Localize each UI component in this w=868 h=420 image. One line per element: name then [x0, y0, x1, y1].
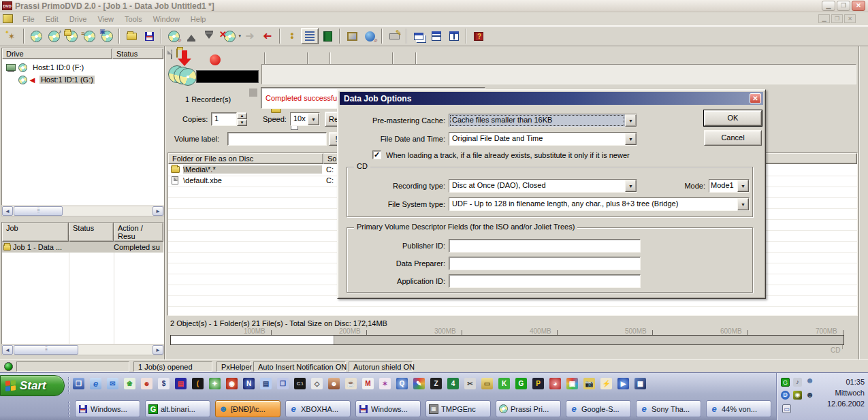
help-icon[interactable]: ?: [470, 28, 487, 44]
erase-disc-icon[interactable]: ✕▾: [218, 28, 241, 44]
cancel-button[interactable]: Cancel: [704, 130, 762, 146]
ie-icon[interactable]: e: [90, 378, 101, 389]
dialog-titlebar[interactable]: Data Job Options ✕: [340, 92, 763, 105]
scroll-left-button[interactable]: ◄: [2, 206, 13, 216]
fs-combo[interactable]: UDF - Up to 128 in filename length, any …: [449, 197, 750, 211]
eject-icon[interactable]: [182, 28, 200, 44]
taskbar-button-windows1[interactable]: Windows...: [75, 400, 140, 417]
window-titlebar[interactable]: DVD Prassi PrimoDVD 2.0 - [Job 1 - Data …: [0, 0, 868, 12]
edit-tools-icon[interactable]: ✎: [385, 28, 403, 44]
backup-floppy-icon[interactable]: ▤: [175, 378, 187, 389]
minimize-button[interactable]: ▁: [822, 1, 835, 11]
stop-button[interactable]: [244, 84, 262, 101]
log-icon[interactable]: [319, 28, 336, 44]
powerdvd-icon[interactable]: P: [532, 378, 544, 389]
save-icon[interactable]: [140, 28, 158, 44]
preparer-input[interactable]: [449, 257, 641, 270]
4dos-icon[interactable]: 4: [447, 378, 459, 389]
taskbar-button-prassi[interactable]: Prassi Pri...: [496, 400, 561, 417]
camera-icon[interactable]: 📷: [583, 378, 595, 389]
drive-row-f[interactable]: Host:1 ID:0 (F:): [2, 62, 163, 73]
taskbar-button-altbinaries[interactable]: Galt.binari...: [145, 400, 210, 417]
menu-drive[interactable]: Drive: [64, 14, 93, 25]
publisher-input-field[interactable]: [449, 240, 640, 252]
chevron-down-icon[interactable]: ▼: [737, 180, 749, 192]
tray-daemon-icon[interactable]: D: [781, 391, 790, 400]
menu-edit[interactable]: Edit: [40, 14, 64, 25]
application-input-field[interactable]: [449, 275, 640, 287]
taskbar-button-download[interactable]: e44% von...: [706, 400, 771, 417]
mediaplayer-icon[interactable]: ▶: [617, 378, 629, 389]
video-tool-icon[interactable]: ✂: [464, 378, 476, 389]
drive-column-header[interactable]: Drive: [2, 48, 112, 59]
volume-input[interactable]: [227, 132, 327, 146]
status-column-header[interactable]: Status: [112, 48, 163, 59]
tray-getright-icon[interactable]: G: [781, 378, 790, 387]
mode-combo[interactable]: Mode1 ▼: [709, 179, 750, 193]
taskbar-button-google[interactable]: eGoogle-S...: [566, 400, 631, 417]
messenger-icon[interactable]: ☻: [141, 378, 152, 389]
menu-help[interactable]: Help: [185, 14, 212, 25]
disc-info-icon[interactable]: ⌕: [165, 28, 182, 44]
copies-stepper[interactable]: ▲ ▼: [237, 112, 247, 126]
coffee-cup-icon[interactable]: ☕: [345, 378, 357, 389]
chevron-down-icon[interactable]: ▼: [308, 113, 319, 125]
job-list-hscrollbar[interactable]: ◄ ►: [1, 344, 164, 355]
chevron-down-icon[interactable]: ▼: [737, 198, 749, 210]
job-action-column-header[interactable]: Action / Resu: [114, 223, 163, 242]
realplayer-icon[interactable]: ◉: [226, 378, 238, 389]
premaster-combo[interactable]: Cache files smaller than 16KB ▼: [449, 114, 637, 127]
media-folder-icon[interactable]: ▭: [481, 378, 493, 389]
tray-volume-icon[interactable]: ♪: [793, 378, 802, 387]
chevron-down-icon[interactable]: ▼: [625, 180, 637, 192]
3d-box-icon[interactable]: ◇: [311, 378, 323, 389]
palette-icon[interactable]: ✎: [413, 378, 425, 389]
winamp-icon[interactable]: (: [192, 378, 204, 389]
taskbar-button-windows2[interactable]: Windows...: [355, 400, 421, 417]
quicktime-icon[interactable]: Q: [396, 378, 408, 389]
record-button[interactable]: [206, 52, 224, 68]
filedate-combo[interactable]: Original File Date and Time ▼: [449, 132, 637, 146]
taskbar-button-tmpgenc[interactable]: ▦TMPGEnc: [425, 400, 491, 417]
tray-user-icon[interactable]: ☻: [805, 376, 814, 385]
substitute-newer-checkbox[interactable]: ✓: [372, 150, 381, 159]
scroll-right-button[interactable]: ►: [152, 345, 163, 355]
magic-wand-icon[interactable]: ✶: [379, 378, 391, 389]
drive-row-g[interactable]: ◄ Host:1 ID:1 (G:): [2, 74, 163, 85]
details-view-icon[interactable]: [301, 28, 319, 44]
job-status-column-header[interactable]: Status: [69, 223, 114, 242]
maximize-button[interactable]: ❐: [837, 1, 850, 11]
rectype-combo[interactable]: Disc at Once (DAO), Closed ▼: [449, 179, 637, 193]
application-input[interactable]: [449, 274, 641, 288]
volume-input-field[interactable]: [228, 133, 326, 145]
small-icons-view-icon[interactable]: ●●: [283, 28, 301, 44]
m-red-icon[interactable]: M: [362, 378, 374, 389]
netscape-icon[interactable]: N: [243, 378, 255, 389]
image-viewer-icon[interactable]: [343, 28, 361, 44]
copy-cd-icon[interactable]: [63, 28, 80, 44]
taskbar-button-dnd[interactable]: ☻[ÐNÐ]/\c...: [215, 400, 280, 417]
dialog-close-icon[interactable]: ✕: [750, 93, 761, 103]
z-tool-icon[interactable]: Z: [430, 378, 442, 389]
flash-icon[interactable]: ⚡: [600, 378, 612, 389]
outlook-express-icon[interactable]: ✉: [107, 378, 118, 389]
open-icon[interactable]: [123, 28, 140, 44]
scroll-left-button[interactable]: ◄: [2, 345, 13, 355]
video-cd-icon[interactable]: ▣: [98, 28, 116, 44]
photos-icon[interactable]: ▦: [634, 378, 646, 389]
kmd-icon[interactable]: K: [498, 378, 510, 389]
preparer-input-field[interactable]: [449, 257, 640, 270]
cmd-icon[interactable]: C:\: [294, 378, 306, 389]
undo-icon[interactable]: ➜: [259, 28, 276, 44]
swirl-icon[interactable]: ◕: [549, 378, 561, 389]
drive-list-hscrollbar[interactable]: ◄ ►: [1, 206, 164, 216]
tray-nvidia-icon[interactable]: ◉: [793, 391, 802, 400]
cascade-windows-icon[interactable]: [410, 28, 428, 44]
load-icon[interactable]: [200, 28, 218, 44]
audio-cd-icon[interactable]: ♪: [45, 28, 63, 44]
mdi-minimize-button[interactable]: ▁: [818, 14, 830, 23]
getright-icon[interactable]: G: [515, 378, 527, 389]
e-gold-icon[interactable]: $: [158, 378, 170, 389]
publisher-input[interactable]: [449, 239, 641, 253]
file-name-column-header[interactable]: Folder or File as on Disc: [168, 153, 323, 164]
